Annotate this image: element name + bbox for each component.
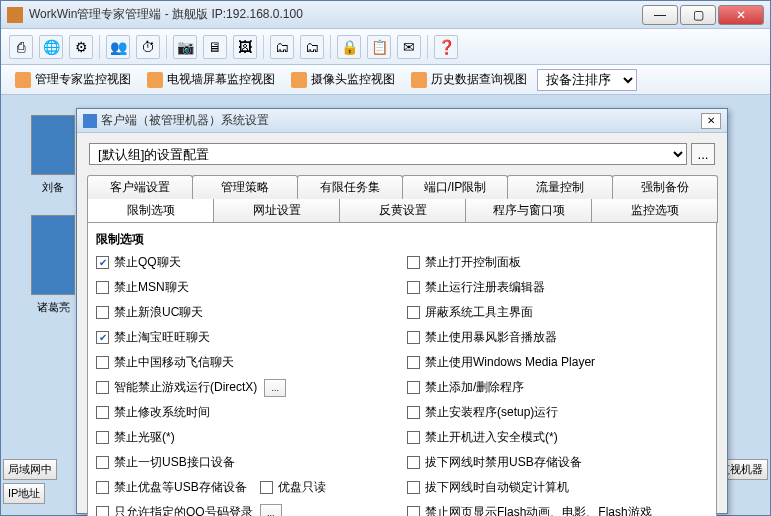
option-row: 禁止优盘等USB存储设备优盘只读 [96, 477, 397, 498]
checkbox[interactable] [407, 406, 420, 419]
option-row: 禁止淘宝旺旺聊天 [96, 327, 397, 348]
sort-select[interactable]: 按备注排序 [537, 69, 637, 91]
checkbox[interactable] [407, 306, 420, 319]
client-label-1: 刘备 [27, 180, 79, 195]
checkbox[interactable] [96, 256, 109, 269]
checkbox[interactable] [96, 406, 109, 419]
view-label: 摄像头监控视图 [311, 71, 395, 88]
toolbar-icon-14[interactable]: ❓ [434, 35, 458, 59]
tab-progwin[interactable]: 程序与窗口项 [465, 199, 592, 223]
option-config-button[interactable]: ... [264, 379, 286, 397]
toolbar-icon-9[interactable]: 🗂 [270, 35, 294, 59]
dialog-close-button[interactable]: ✕ [701, 113, 721, 129]
option-label: 禁止淘宝旺旺聊天 [114, 329, 210, 346]
option-config-button[interactable]: ... [260, 504, 282, 517]
toolbar-icon-10[interactable]: 🗂 [300, 35, 324, 59]
checkbox[interactable] [407, 281, 420, 294]
tab-backup[interactable]: 强制备份 [612, 175, 718, 199]
checkbox[interactable] [407, 481, 420, 494]
checkbox[interactable] [96, 481, 109, 494]
tab-traffic[interactable]: 流量控制 [507, 175, 613, 199]
toolbar-icon-4[interactable]: 👥 [106, 35, 130, 59]
option-label: 优盘只读 [278, 479, 326, 496]
toolbar-icon-8[interactable]: 🖼 [233, 35, 257, 59]
toolbar-icon-13[interactable]: ✉ [397, 35, 421, 59]
option-label: 禁止光驱(*) [114, 429, 175, 446]
tab-client[interactable]: 客户端设置 [87, 175, 193, 199]
toolbar-icon-7[interactable]: 🖥 [203, 35, 227, 59]
checkbox[interactable] [96, 381, 109, 394]
checkbox[interactable] [407, 381, 420, 394]
option-row: 禁止MSN聊天 [96, 277, 397, 298]
option-row: 禁止开机进入安全模式(*) [407, 427, 708, 448]
option-label: 禁止优盘等USB存储设备 [114, 479, 247, 496]
option-row: 禁止运行注册表编辑器 [407, 277, 708, 298]
svg-rect-1 [83, 114, 97, 128]
checkbox[interactable] [96, 306, 109, 319]
view-btn-tvwall[interactable]: 电视墙屏幕监控视图 [141, 69, 281, 90]
option-label: 智能禁止游戏运行(DirectX) [114, 379, 257, 396]
option-row: 禁止新浪UC聊天 [96, 302, 397, 323]
option-label: 禁止运行注册表编辑器 [425, 279, 545, 296]
checkbox[interactable] [407, 331, 420, 344]
option-label: 禁止网页显示Flash动画、电影、Flash游戏 [425, 504, 652, 516]
toolbar-icon-1[interactable]: ⎙ [9, 35, 33, 59]
tab-url[interactable]: 网址设置 [213, 199, 340, 223]
checkbox[interactable] [407, 256, 420, 269]
option-row: 禁止修改系统时间 [96, 402, 397, 423]
checkbox[interactable] [407, 456, 420, 469]
option-row: 拔下网线时禁用USB存储设备 [407, 452, 708, 473]
camera-icon [291, 72, 307, 88]
title-bar: WorkWin管理专家管理端 - 旗舰版 IP:192.168.0.100 — … [1, 1, 770, 29]
separator [330, 35, 331, 59]
toolbar-icon-11[interactable]: 🔒 [337, 35, 361, 59]
extra-option: 优盘只读 [260, 477, 326, 498]
toolbar-icon-5[interactable]: ⏱ [136, 35, 160, 59]
close-button[interactable]: ✕ [718, 5, 764, 25]
separator [166, 35, 167, 59]
lan-button[interactable]: 局域网中 [3, 459, 57, 480]
checkbox[interactable] [96, 356, 109, 369]
checkbox[interactable] [96, 281, 109, 294]
tab-tasks[interactable]: 有限任务集 [297, 175, 403, 199]
maximize-button[interactable]: ▢ [680, 5, 716, 25]
tab-policy[interactable]: 管理策略 [192, 175, 298, 199]
checkbox[interactable] [407, 431, 420, 444]
tab-portip[interactable]: 端口/IP限制 [402, 175, 508, 199]
checkbox[interactable] [96, 431, 109, 444]
option-label: 禁止使用Windows Media Player [425, 354, 595, 371]
checkbox[interactable] [96, 456, 109, 469]
checkbox[interactable] [96, 331, 109, 344]
option-label: 拔下网线时自动锁定计算机 [425, 479, 569, 496]
restrict-group: 限制选项 禁止QQ聊天禁止MSN聊天禁止新浪UC聊天禁止淘宝旺旺聊天禁止中国移动… [87, 223, 717, 516]
client-thumb-1[interactable] [31, 115, 75, 175]
tab-monitor[interactable]: 监控选项 [591, 199, 718, 223]
checkbox[interactable] [260, 481, 273, 494]
config-group-select[interactable]: [默认组]的设置配置 [89, 143, 687, 165]
view-btn-history[interactable]: 历史数据查询视图 [405, 69, 533, 90]
toolbar-icon-12[interactable]: 📋 [367, 35, 391, 59]
tab-antiporn[interactable]: 反黄设置 [339, 199, 466, 223]
option-row: 拔下网线时自动锁定计算机 [407, 477, 708, 498]
view-btn-expert[interactable]: 管理专家监控视图 [9, 69, 137, 90]
toolbar-icon-6[interactable]: 📷 [173, 35, 197, 59]
option-row: 禁止使用Windows Media Player [407, 352, 708, 373]
tab-restrict[interactable]: 限制选项 [87, 199, 214, 223]
checkbox[interactable] [407, 356, 420, 369]
toolbar-icon-3[interactable]: ⚙ [69, 35, 93, 59]
minimize-button[interactable]: — [642, 5, 678, 25]
client-thumb-2[interactable] [31, 215, 75, 295]
toolbar-icon-2[interactable]: 🌐 [39, 35, 63, 59]
main-toolbar: ⎙ 🌐 ⚙ 👥 ⏱ 📷 🖥 🖼 🗂 🗂 🔒 📋 ✉ ❓ [1, 29, 770, 65]
dialog-title: 客户端（被管理机器）系统设置 [101, 112, 701, 129]
checkbox[interactable] [407, 506, 420, 516]
view-bar: 管理专家监控视图 电视墙屏幕监控视图 摄像头监控视图 历史数据查询视图 按备注排… [1, 65, 770, 95]
view-btn-camera[interactable]: 摄像头监控视图 [285, 69, 401, 90]
monitor-icon [15, 72, 31, 88]
checkbox[interactable] [96, 506, 109, 516]
option-label: 禁止打开控制面板 [425, 254, 521, 271]
config-more-button[interactable]: ... [691, 143, 715, 165]
option-label: 禁止MSN聊天 [114, 279, 189, 296]
ip-button[interactable]: IP地址 [3, 483, 45, 504]
option-label: 禁止QQ聊天 [114, 254, 181, 271]
